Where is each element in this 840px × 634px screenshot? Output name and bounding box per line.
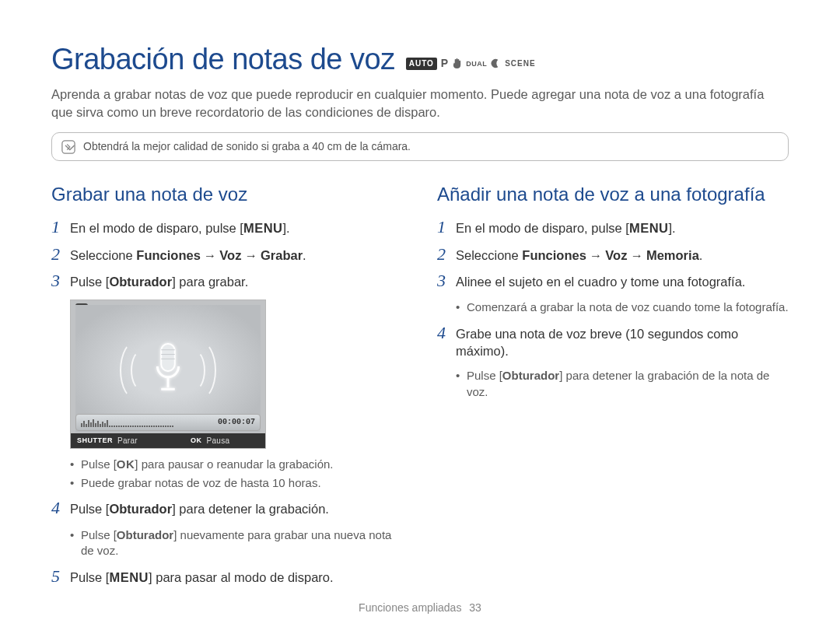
bullet-item: Comenzará a grabar la nota de voz cuando… (456, 299, 789, 316)
step-number: 3 (51, 271, 70, 290)
footer-section: Funciones ampliadas (359, 601, 461, 614)
svg-rect-9 (161, 344, 174, 371)
page-number: 33 (469, 601, 481, 614)
bullet-item: Pulse [Obturador] nuevamente para grabar… (70, 527, 403, 559)
microphone-icon (152, 342, 184, 395)
step-4-left: 4 Pulse [Obturador] para detener la grab… (51, 500, 403, 519)
note-icon (61, 140, 75, 154)
step-text: Pulse [MENU] para pasar al modo de dispa… (70, 569, 403, 587)
step-1-right: 1 En el modo de disparo, pulse [MENU]. (437, 219, 789, 238)
step-1-left: 1 En el modo de disparo, pulse [MENU]. (51, 219, 403, 238)
mode-p-label: P (441, 56, 448, 71)
progress-strip: 00:00:07 (75, 414, 261, 431)
step-number: 1 (437, 218, 456, 236)
step-number: 3 (437, 271, 456, 290)
lcd-screen: 00:00:07 SHUTTER Parar OK Pausa (70, 299, 266, 449)
step-text: Pulse [Obturador] para grabar. (70, 273, 403, 291)
step-3-right: 3 Alinee el sujeto en el cuadro y tome u… (437, 273, 789, 292)
columns: Grabar una nota de voz 1 En el modo de d… (51, 181, 789, 595)
ok-action: Pausa (206, 436, 229, 447)
mode-indicators: AUTO P DUAL SCENE (406, 56, 536, 71)
step-number: 5 (51, 567, 70, 586)
intro-text: Aprenda a grabar notas de voz que puede … (51, 86, 789, 121)
step-3-left: 3 Pulse [Obturador] para grabar. (51, 273, 403, 292)
mode-auto-badge: AUTO (406, 58, 437, 70)
step-text: Pulse [Obturador] para detener la grabac… (70, 500, 403, 518)
page-title: Grabación de notas de voz (51, 39, 395, 79)
note-text: Obtendrá la mejor calidad de sonido si g… (83, 139, 411, 154)
bullet-item: Pulse [Obturador] para detener la grabac… (456, 368, 789, 400)
left-column: Grabar una nota de voz 1 En el modo de d… (51, 181, 403, 595)
time-counter: 00:00:07 (218, 417, 255, 428)
step-number: 4 (51, 499, 70, 517)
step-number: 2 (51, 245, 70, 264)
microphone-graphic (106, 326, 230, 412)
step-text: En el modo de disparo, pulse [MENU]. (456, 219, 789, 237)
manual-page: Grabación de notas de voz AUTO P DUAL SC… (0, 0, 840, 634)
bullet-item: Puede grabar notas de voz de hasta 10 ho… (70, 475, 403, 492)
level-bars (81, 418, 212, 427)
page-footer: Funciones ampliadas 33 (0, 601, 840, 615)
step-5-left: 5 Pulse [MENU] para pasar al modo de dis… (51, 569, 403, 587)
right-column: Añadir una nota de voz a una fotografía … (437, 181, 789, 595)
bullet-list: Pulse [Obturador] nuevamente para grabar… (70, 527, 403, 559)
title-row: Grabación de notas de voz AUTO P DUAL SC… (51, 39, 789, 79)
bullet-list: Pulse [OK] para pausar o reanudar la gra… (70, 457, 403, 491)
step-4-right: 4 Grabe una nota de voz breve (10 segund… (437, 325, 789, 361)
step-text: Alinee el sujeto en el cuadro y tome una… (456, 273, 789, 291)
moon-icon (491, 58, 501, 69)
bullet-list: Pulse [Obturador] para detener la grabac… (456, 368, 789, 400)
step-2-left: 2 Seleccione Funciones→Voz→Grabar. (51, 247, 403, 265)
step-number: 1 (51, 218, 70, 236)
step-text: En el modo de disparo, pulse [MENU]. (70, 219, 403, 237)
step-text: Seleccione Funciones→Voz→Grabar. (70, 247, 403, 264)
hand-icon (452, 58, 462, 69)
shutter-key-label: SHUTTER (77, 436, 113, 445)
ok-key-label: OK (191, 436, 202, 445)
shutter-action: Parar (117, 436, 138, 447)
bullet-item: Pulse [OK] para pausar o reanudar la gra… (70, 457, 403, 473)
lcd-softkey-bar: SHUTTER Parar OK Pausa (71, 433, 265, 448)
mode-scene-label: SCENE (505, 58, 535, 69)
section-heading-right: Añadir una nota de voz a una fotografía (437, 181, 789, 207)
section-heading-left: Grabar una nota de voz (51, 181, 403, 207)
step-number: 4 (437, 324, 456, 342)
step-2-right: 2 Seleccione Funciones→Voz→Memoria. (437, 247, 789, 265)
note-box: Obtendrá la mejor calidad de sonido si g… (51, 132, 789, 161)
lcd-illustration-wrap: 00:00:07 SHUTTER Parar OK Pausa (70, 299, 403, 449)
menu-key: MENU (629, 221, 669, 235)
step-text: Grabe una nota de voz breve (10 segundos… (456, 325, 789, 361)
mode-dual-label: DUAL (466, 59, 487, 68)
step-text: Seleccione Funciones→Voz→Memoria. (456, 247, 789, 264)
step-number: 2 (437, 245, 456, 264)
menu-key: MENU (243, 221, 283, 235)
bullet-list: Comenzará a grabar la nota de voz cuando… (456, 299, 789, 316)
